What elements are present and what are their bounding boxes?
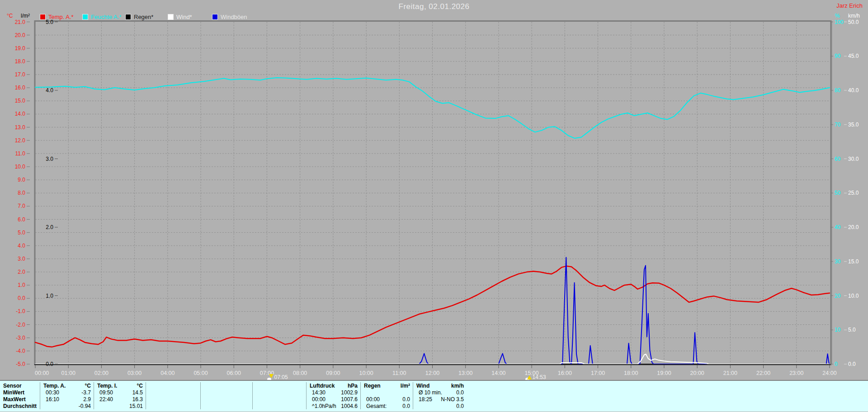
temp-tick-label: 14.0 — [15, 111, 26, 117]
humidity-tick-label: 0 — [835, 361, 838, 367]
temp-tick-label: -4.0 — [16, 348, 25, 354]
table-cell-temp-a: 16:10 — [46, 396, 59, 403]
hour-label: 02:00 — [94, 370, 108, 376]
table-column-divider — [94, 382, 94, 409]
windspeed-tick-label: 25.0 — [848, 190, 859, 196]
windspeed-tick-label: 10.0 — [848, 293, 859, 299]
legend-item-temp-a-[interactable]: Temp. A.* — [40, 14, 74, 20]
table-cell-temp-i: Temp. I. — [97, 383, 117, 389]
temp-tick-label: 11.0 — [15, 150, 26, 157]
table-cell-temp-a: 00:30 — [46, 389, 59, 396]
temp-tick-label: 18.0 — [15, 58, 26, 65]
table-cell-wind: 0.0 — [456, 403, 464, 409]
legend-item-feuchte-a-[interactable]: Feuchte A.* — [82, 14, 121, 20]
hour-label: 01:00 — [61, 370, 75, 376]
table-column-divider — [40, 382, 40, 409]
axis-marker-time: 14:53 — [533, 374, 546, 380]
table-cell-luftdruck: 1004.6 — [341, 403, 358, 409]
hour-label: 23:00 — [789, 370, 803, 376]
table-cell-temp-i: 15.01 — [129, 403, 143, 409]
table-column-divider — [252, 382, 253, 409]
temp-tick-label: -2.0 — [16, 322, 25, 328]
temp-tick-label: 17.0 — [15, 71, 26, 78]
humidity-tick-label: 50 — [835, 190, 841, 196]
weather-app-window: { "header": { "title": "Freitag, 02.01.2… — [0, 0, 868, 412]
axis-marker-time: 07:05 — [274, 374, 288, 380]
temp-tick-label: 5.0 — [18, 229, 25, 236]
humidity-tick-label: 100 — [835, 19, 844, 25]
hour-label: 11:00 — [392, 370, 406, 376]
table-cell-luftdruck: 1007.6 — [341, 396, 358, 403]
legend-label: Windböen — [221, 14, 247, 20]
windspeed-tick-label: 15.0 — [848, 258, 859, 265]
temp-tick-label: 4.0 — [18, 243, 25, 249]
legend-label: Temp. A.* — [48, 14, 74, 20]
windspeed-tick-label: 40.0 — [848, 87, 859, 94]
rain-tick-label: 2.0 — [46, 224, 53, 230]
humidity-tick-label: 30 — [835, 258, 841, 265]
table-cell-luftdruck: 14:30 — [312, 389, 326, 396]
table-column-divider — [146, 382, 146, 409]
table-cell-luftdruck: ^1.0hPa/h — [312, 403, 336, 409]
weather-day-chart[interactable]: 21.020.019.018.017.016.015.014.013.012.0… — [0, 0, 868, 412]
temp-tick-label: -3.0 — [16, 335, 25, 341]
hour-label: 06:00 — [227, 370, 241, 376]
hour-label: 09:00 — [326, 370, 340, 376]
legend-label: Feuchte A.* — [91, 14, 121, 20]
table-cell-regen: Regen — [364, 383, 381, 389]
legend-item-regen-[interactable]: Regen* — [125, 14, 153, 20]
temp-tick-label: 2.0 — [18, 269, 25, 275]
table-column-divider — [200, 382, 201, 409]
windspeed-tick-label: 5.0 — [848, 327, 856, 333]
temp-tick-label: 1.0 — [18, 282, 25, 288]
humidity-tick-label: 60 — [835, 156, 841, 162]
table-cell-regen: 0.0 — [402, 403, 410, 409]
hour-label: 08:00 — [293, 370, 307, 376]
legend-item-windb-en[interactable]: Windböen — [212, 14, 247, 20]
hour-label: 14:00 — [491, 370, 505, 376]
legend-swatch — [168, 14, 174, 20]
legend-label: Regen* — [134, 14, 153, 20]
temp-tick-label: 19.0 — [15, 45, 26, 52]
humidity-tick-label: 40 — [835, 224, 841, 230]
table-row-label: Durchschnitt — [3, 403, 37, 409]
rain-tick-label: 3.0 — [46, 156, 53, 162]
table-column-divider — [360, 382, 361, 409]
table-cell-wind: km/h — [451, 383, 464, 389]
hour-label: 19:00 — [657, 370, 671, 376]
table-cell-temp-a: 2.9 — [83, 396, 91, 403]
table-cell-luftdruck: hPa — [348, 383, 358, 389]
temp-tick-label: 20.0 — [15, 32, 26, 38]
temp-tick-label: 16.0 — [15, 84, 26, 91]
table-cell-luftdruck: 00:00 — [312, 396, 326, 403]
temp-tick-label: 12.0 — [15, 137, 26, 144]
hour-label: 03:00 — [127, 370, 142, 376]
hour-label: 10:00 — [359, 370, 373, 376]
legend-swatch — [40, 14, 46, 20]
table-cell-regen: Gesamt: — [366, 403, 387, 409]
legend-item-wind-[interactable]: Wind* — [168, 14, 192, 20]
temp-tick-label: -5.0 — [16, 361, 25, 367]
temp-tick-label: -1.0 — [16, 308, 25, 314]
table-cell-wind: Ø 10 min. — [419, 389, 442, 396]
table-cell-temp-i: 14.5 — [132, 389, 143, 396]
table-row-label: MinWert — [3, 389, 24, 396]
temp-tick-label: 3.0 — [18, 256, 25, 262]
temp-tick-label: 10.0 — [15, 164, 26, 170]
table-cell-temp-i: °C — [137, 383, 143, 389]
table-cell-regen: l/m² — [401, 383, 410, 389]
temp-tick-label: 21.0 — [15, 19, 26, 25]
hour-label: 00:00 — [35, 370, 49, 376]
hour-label: 13:00 — [458, 370, 472, 376]
table-row-label: Sensor — [3, 383, 22, 389]
humidity-tick-label: 20 — [835, 293, 841, 299]
humidity-tick-label: 70 — [835, 122, 841, 128]
table-cell-luftdruck: Luftdruck — [310, 383, 335, 389]
table-column-divider — [413, 382, 413, 409]
hour-label: 16:00 — [558, 370, 572, 376]
legend-label: Wind* — [176, 14, 192, 20]
table-cell-temp-i: 16.3 — [132, 396, 143, 403]
windspeed-tick-label: 20.0 — [848, 224, 859, 230]
series-feuchte-a- — [35, 78, 830, 138]
legend-swatch — [212, 14, 218, 20]
